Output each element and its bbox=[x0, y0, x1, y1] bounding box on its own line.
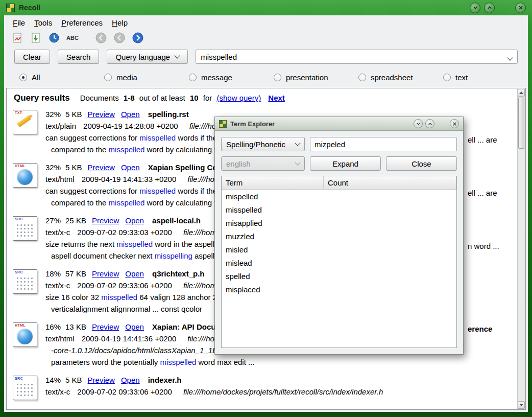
show-query-link[interactable]: (show query) bbox=[216, 94, 261, 102]
file-size: 5 KB bbox=[65, 110, 82, 119]
doc-date: 2009-07-02 09:33:06 +0200 bbox=[77, 281, 172, 290]
preview-link[interactable]: Preview bbox=[88, 163, 115, 172]
open-link[interactable]: Open bbox=[125, 269, 144, 278]
txt-file-icon[interactable]: TXT bbox=[13, 110, 37, 134]
preview-link[interactable]: Preview bbox=[92, 216, 119, 225]
src-file-icon[interactable]: SRC bbox=[13, 216, 37, 241]
query-mode-label: Query language bbox=[115, 53, 170, 61]
filter-label: message bbox=[201, 73, 232, 82]
filter-label: text bbox=[455, 73, 468, 82]
open-link[interactable]: Open bbox=[121, 376, 140, 384]
term-cell: mispelled bbox=[222, 192, 324, 201]
clear-search-button[interactable] bbox=[9, 30, 26, 45]
update-index-button[interactable] bbox=[28, 30, 44, 45]
query-mode-dropdown[interactable]: Query language bbox=[107, 50, 188, 64]
preview-link[interactable]: Preview bbox=[92, 269, 119, 278]
doc-history-button[interactable] bbox=[46, 30, 62, 45]
dialog-titlebar[interactable]: Term Explorer bbox=[215, 117, 463, 131]
highlight-term: misspelled bbox=[109, 198, 145, 207]
scroll-up-button[interactable] bbox=[518, 89, 525, 97]
dialog-close-action-button[interactable]: Close bbox=[386, 156, 457, 171]
dialog-title: Term Explorer bbox=[230, 120, 275, 128]
term-column-header[interactable]: Term bbox=[222, 176, 324, 189]
search-row: Clear Search Query language bbox=[4, 48, 528, 68]
filter-spreadsheet[interactable]: spreadsheet bbox=[358, 73, 443, 82]
term-explorer-button[interactable]: ABC bbox=[64, 30, 81, 45]
results-scrollbar[interactable] bbox=[517, 89, 525, 409]
filter-media[interactable]: media bbox=[104, 73, 189, 82]
dialog-shade-button[interactable] bbox=[414, 119, 423, 128]
file-type-tag: SRC bbox=[15, 217, 23, 221]
chevron-down-icon[interactable] bbox=[507, 55, 513, 60]
file-size: 25 KB bbox=[65, 216, 86, 225]
dialog-row-1: Spelling/Phonetic bbox=[221, 137, 457, 151]
term-row[interactable]: misled bbox=[222, 243, 456, 256]
result-title: spelling.rst bbox=[148, 110, 189, 119]
open-link[interactable]: Open bbox=[121, 110, 140, 119]
dialog-restore-button[interactable] bbox=[425, 119, 434, 128]
src-file-icon[interactable]: SRC bbox=[13, 269, 37, 294]
menu-bar: FileToolsPreferencesHelp bbox=[4, 15, 528, 29]
term-row[interactable]: misspelled bbox=[222, 203, 456, 216]
language-dropdown[interactable]: english bbox=[221, 156, 305, 171]
filter-presentation[interactable]: presentation bbox=[274, 73, 358, 82]
filter-message[interactable]: message bbox=[189, 73, 274, 82]
arrow-right-icon bbox=[132, 32, 144, 44]
documents-label: Documents bbox=[80, 94, 119, 102]
clear-button[interactable]: Clear bbox=[14, 50, 50, 64]
term-row[interactable]: misplaced bbox=[222, 283, 456, 296]
window-titlebar[interactable]: Recoll bbox=[0, 0, 532, 15]
menu-file[interactable]: File bbox=[8, 17, 30, 29]
dots-glyph bbox=[16, 383, 34, 397]
menu-tools[interactable]: Tools bbox=[30, 17, 57, 29]
open-link[interactable]: Open bbox=[125, 322, 144, 331]
html-file-icon[interactable]: HTML bbox=[13, 322, 37, 347]
search-input[interactable] bbox=[197, 53, 504, 61]
expansion-mode-dropdown[interactable]: Spelling/Phonetic bbox=[221, 137, 305, 151]
open-link[interactable]: Open bbox=[125, 216, 144, 225]
overflow-fragment: n word ... bbox=[465, 240, 499, 252]
first-page-button[interactable] bbox=[93, 30, 109, 45]
next-page-button[interactable] bbox=[130, 30, 146, 45]
preview-link[interactable]: Preview bbox=[88, 110, 115, 119]
pencil-glyph bbox=[17, 115, 31, 127]
filter-text[interactable]: text bbox=[443, 73, 528, 82]
window-close-button[interactable] bbox=[515, 3, 526, 13]
dialog-close-button[interactable] bbox=[450, 119, 459, 128]
preview-link[interactable]: Preview bbox=[88, 376, 115, 384]
snippet-text: word max edit ... bbox=[196, 358, 254, 366]
expand-button[interactable]: Expand bbox=[310, 156, 381, 171]
menu-preferences[interactable]: Preferences bbox=[57, 17, 107, 29]
next-page-link[interactable]: Next bbox=[268, 94, 285, 102]
term-row[interactable]: spelled bbox=[222, 269, 456, 283]
radio-icon bbox=[189, 74, 197, 81]
window-restore-button[interactable] bbox=[484, 3, 495, 13]
preview-link[interactable]: Preview bbox=[92, 322, 119, 331]
term-row[interactable]: mislead bbox=[222, 256, 456, 269]
chevron-down-icon bbox=[473, 5, 478, 10]
relevance-percent: 14% bbox=[45, 376, 61, 384]
term-row[interactable]: muzzled bbox=[222, 229, 456, 243]
term-row[interactable]: misapplied bbox=[222, 216, 456, 229]
open-link[interactable]: Open bbox=[121, 163, 140, 172]
term-input[interactable] bbox=[310, 140, 456, 149]
src-file-icon[interactable]: SRC bbox=[13, 376, 37, 400]
for-label: for bbox=[203, 94, 212, 102]
scrollbar-thumb[interactable] bbox=[518, 98, 524, 149]
term-row[interactable]: mispelled bbox=[222, 190, 456, 203]
filter-all[interactable]: All bbox=[19, 73, 104, 82]
prev-page-button[interactable] bbox=[111, 30, 128, 45]
html-file-icon[interactable]: HTML bbox=[13, 163, 37, 188]
dots-glyph bbox=[16, 276, 34, 291]
snippet-text: 64 valign 128 anchor 256 bbox=[137, 293, 226, 302]
radio-icon bbox=[358, 74, 366, 81]
window-shade-button[interactable] bbox=[470, 3, 480, 13]
menu-help[interactable]: Help bbox=[107, 17, 132, 29]
result-meta-line: text/x-c2009-07-02 09:33:06 +0200file://… bbox=[45, 386, 515, 398]
mime-type: text/html bbox=[45, 175, 75, 183]
scroll-down-button[interactable] bbox=[518, 401, 525, 409]
term-table-header: Term Count bbox=[222, 176, 456, 190]
search-button[interactable]: Search bbox=[58, 50, 100, 64]
result-title: q3richtext_p.h bbox=[152, 269, 205, 278]
count-column-header[interactable]: Count bbox=[324, 176, 456, 189]
